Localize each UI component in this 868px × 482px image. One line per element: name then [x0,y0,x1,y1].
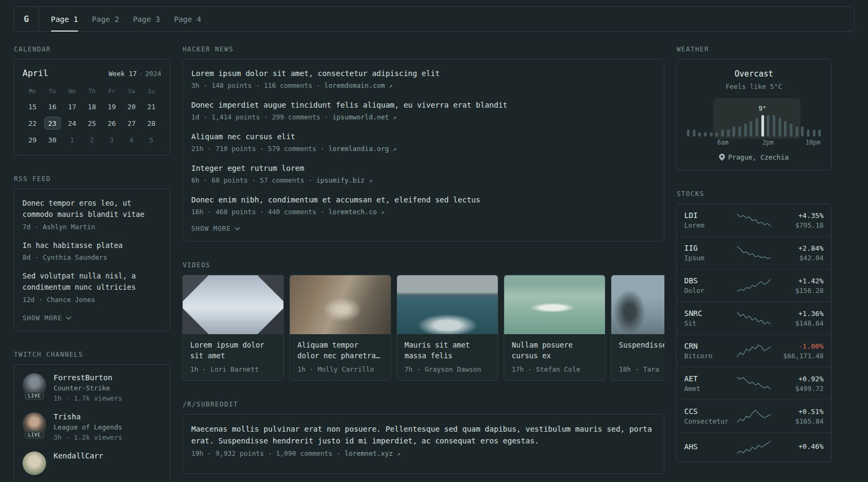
hn-item: Donec imperdiet augue tincidunt felis al… [191,100,655,121]
calendar-week-year: Week 17·2024 [109,70,161,78]
external-link-icon: ↗ [397,450,401,457]
stock-values: +0.46% [774,442,824,452]
video-card[interactable]: Mauris sit amet massa felis7h · Grayson … [396,275,498,381]
hn-item: Aliquam nec cursus elit21h · 710 points … [191,131,655,153]
stock-sparkline [737,213,771,228]
stock-name: Sit [684,319,734,327]
stock-values: +4.35%$795.18 [774,212,824,229]
app-logo[interactable]: G [14,7,39,31]
hn-show-more-button[interactable]: SHOW MORE [191,225,240,232]
stock-values: +0.51%$165.84 [774,408,824,425]
tab-page-2[interactable]: Page 2 [92,7,119,31]
stock-values: +0.92%$499.72 [774,375,824,393]
twitch-widget-title: TWITCH CHANNELS [14,351,170,358]
weather-bar [727,130,730,137]
stock-name: Consectetur [684,417,734,425]
tab-page-3[interactable]: Page 3 [133,7,160,31]
rss-item-title[interactable]: Donec tempor eros leo, ut commodo mauris… [23,198,161,221]
weather-bar [773,115,775,137]
stock-price: $795.18 [774,221,824,229]
stock-row[interactable]: LDILorem+4.35%$795.18 [677,204,831,237]
item-meta-text: 6h · 60 points · 57 comments · [191,176,316,184]
stock-values: -1.00%$66,171.48 [774,342,824,360]
twitch-box: LIVEForrestBurtonCounter-Strike1h · 1.7k… [13,364,170,482]
rss-item-meta: 7d · Ashlyn Martin [23,223,161,231]
hn-item-title[interactable]: Lorem ipsum dolor sit amet, consectetur … [191,68,655,79]
live-badge: LIVE [25,392,44,400]
tab-page-1[interactable]: Page 1 [51,7,78,31]
video-meta: 18h · Tara [611,362,664,380]
stock-row[interactable]: IIGIpsum+2.84%$42.04 [677,237,831,269]
item-source-link[interactable]: loremnet.xyz ↗ [345,449,400,457]
calendar-day: 26 [104,117,120,130]
stock-row[interactable]: CRNBitcorn-1.00%$66,171.48 [677,335,831,367]
hn-item-title[interactable]: Donec imperdiet augue tincidunt felis al… [191,100,655,111]
weather-hour-label: 2pm [762,139,774,146]
stock-row[interactable]: AETAmet+0.92%$499.72 [677,367,831,400]
stock-identity: IIGIpsum [684,244,734,262]
calendar-weekday-header: Sa [128,88,135,96]
reddit-post-title[interactable]: Maecenas mollis pulvinar erat non posuer… [191,423,655,447]
calendar-day: 22 [25,117,41,130]
hn-item-title[interactable]: Integer eget rutrum lorem [191,163,655,174]
dashboard-columns: CALENDAR April Week 17·2024 MoTuWeThFrSa… [13,46,855,482]
hn-item-title[interactable]: Donec enim nibh, condimentum et accumsan… [191,194,655,206]
subreddit-post-list: Maecenas mollis pulvinar erat non posuer… [191,423,655,457]
video-card[interactable]: Lorem ipsum dolor sit amet consectetu…1h… [182,275,284,381]
twitch-channel[interactable]: LIVEForrestBurtonCounter-Strike1h · 1.7k… [23,373,161,402]
chevron-down-icon [66,317,71,320]
rss-show-more-button[interactable]: SHOW MORE [23,314,71,322]
item-source-link[interactable]: loremdomain.com ↗ [324,81,392,89]
top-navigation: G Page 1Page 2Page 3Page 4 [13,6,855,32]
stock-change: +1.36% [774,310,824,318]
weather-bar [818,130,821,137]
item-source-link[interactable]: loremtech.co ↗ [328,208,384,216]
stock-sparkline-wrap [734,440,774,455]
twitch-channel-info: KendallCarr [54,451,103,460]
stock-row[interactable]: AHS+0.46% [677,433,831,462]
calendar-day: 17 [64,100,80,113]
weather-location-label: Prague, Czechia [728,153,789,161]
stock-row[interactable]: SNRCSit+1.36%$148.64 [677,302,831,335]
calendar-day: 5 [144,133,160,146]
hn-item-title[interactable]: Aliquam nec cursus elit [191,131,655,142]
rss-item-title[interactable]: Sed volutpat nulla nisl, a condimentum n… [23,270,161,293]
video-carousel: Lorem ipsum dolor sit amet consectetu…1h… [182,275,664,381]
weather-hour-label: 10pm [805,139,820,146]
weather-hour-cell [766,107,770,137]
twitch-channel-name[interactable]: KendallCarr [54,451,103,460]
calendar-day: 21 [144,100,160,113]
item-source-link[interactable]: ipsumworld.net ↗ [332,113,396,121]
tab-page-4[interactable]: Page 4 [174,7,201,31]
calendar-week-label: Week 17 [109,70,137,78]
calendar-day: 18 [84,100,100,113]
twitch-channel[interactable]: LIVETrishaLeague of Legends3h · 1.2k vie… [23,412,161,441]
video-card[interactable]: Nullam posuere cursus ex17h · Stefan Col… [504,275,605,381]
weather-bar [755,118,758,137]
twitch-channel-name[interactable]: Trisha [54,412,122,421]
weather-bar [698,132,701,137]
video-title: Aliquam tempor dolor nec pharetra… [290,334,391,362]
item-source-link[interactable]: ipsumify.biz ↗ [316,176,372,184]
separator-dot: · [139,70,143,78]
rss-item-title[interactable]: In hac habitasse platea [23,240,161,251]
item-meta-text: 1d · 1,414 points · 299 comments · [191,113,332,121]
stock-sparkline [737,440,771,455]
calendar-weekday-header: Su [148,88,155,96]
twitch-channel[interactable]: KendallCarr [23,451,161,475]
weather-hour-cell [795,107,799,137]
stock-price: $66,171.48 [774,352,824,360]
stock-row[interactable]: CCSConsectetur+0.51%$165.84 [677,400,831,433]
twitch-channel-info: ForrestBurtonCounter-Strike1h · 1.7k vie… [54,373,122,402]
video-card[interactable]: Aliquam tempor dolor nec pharetra…1h · M… [289,275,391,381]
stock-values: +1.42%$156.28 [774,277,824,295]
stock-row[interactable]: DBSDolor+1.42%$156.28 [677,269,831,302]
video-meta: 1h · Lori Barnett [183,362,283,380]
weather-hour-cell [783,107,787,137]
calendar-day: 28 [144,117,160,130]
stock-price: $499.72 [774,385,824,393]
video-card[interactable]: Suspendisse diam18h · Tara [611,275,664,381]
avatar [23,451,46,475]
item-source-link[interactable]: loremlandia.org ↗ [328,145,396,153]
twitch-channel-name[interactable]: ForrestBurton [54,373,122,382]
